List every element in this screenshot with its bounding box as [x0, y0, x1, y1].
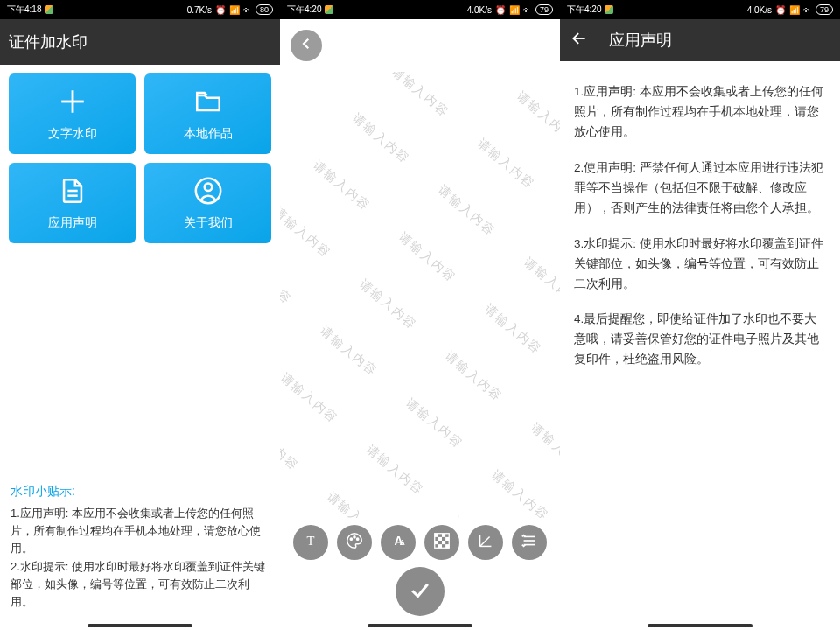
tile-local-works[interactable]: 本地作品: [144, 74, 271, 154]
document-icon: [58, 176, 88, 208]
signal-icon: 📶: [229, 5, 240, 15]
svg-text:T: T: [307, 534, 315, 548]
screen-home: 下午4:18 0.7K/s ⏰ 📶 ᯤ 80 证件加水印 文字水印: [0, 0, 280, 630]
statement-body: 1.应用声明: 本应用不会收集或者上传您的任何照片，所有制作过程均在手机本地处理…: [560, 61, 840, 620]
svg-rect-14: [442, 534, 445, 537]
arrow-left-icon: [570, 33, 588, 51]
svg-point-5: [204, 183, 212, 191]
back-button[interactable]: [290, 30, 322, 61]
palette-icon: [345, 531, 364, 554]
svg-rect-18: [442, 541, 445, 544]
alarm-icon: ⏰: [495, 5, 506, 15]
status-battery: 79: [536, 4, 553, 15]
wifi-icon: ᯤ: [243, 5, 252, 15]
status-bar: 下午4:20 4.0K/s ⏰ 📶 ᯤ 79: [560, 0, 840, 19]
home-indicator-icon: [648, 624, 752, 627]
color-tool-button[interactable]: [337, 525, 372, 560]
signal-icon: 📶: [509, 5, 520, 15]
watermark-canvas[interactable]: 请输入内容请输入内容请输入内容请输入内容请输入内容请输入内容请输入内容请输入内容…: [280, 72, 560, 518]
svg-rect-13: [435, 534, 438, 537]
svg-rect-15: [438, 537, 442, 541]
confirm-button[interactable]: [396, 567, 444, 616]
svg-point-9: [357, 538, 359, 540]
app-indicator-icon: [605, 5, 613, 14]
watermark-preview: 请输入内容请输入内容请输入内容请输入内容请输入内容请输入内容请输入内容请输入内容…: [280, 72, 560, 518]
app-indicator-icon: [325, 5, 333, 14]
angle-icon: [476, 531, 495, 554]
app-title: 证件加水印: [0, 19, 280, 65]
alarm-icon: ⏰: [215, 5, 226, 15]
screen-statement: 下午4:20 4.0K/s ⏰ 📶 ᯤ 79 应用声明 1.应用声明: 本应用不…: [560, 0, 840, 630]
tile-app-statement[interactable]: 应用声明: [9, 163, 136, 243]
status-time: 下午4:20: [567, 4, 601, 16]
svg-text:A: A: [400, 539, 405, 547]
check-icon: [407, 577, 433, 606]
statement-para-3: 3.水印提示: 使用水印时最好将水印覆盖到证件关键部位，如头像，编号等位置，可有…: [574, 234, 826, 295]
svg-point-8: [354, 536, 355, 538]
app-indicator-icon: [45, 5, 53, 14]
spacing-tool-button[interactable]: [512, 525, 547, 560]
text-icon: T: [301, 531, 320, 554]
opacity-tool-button[interactable]: [424, 525, 459, 560]
user-icon: [193, 176, 223, 208]
signal-icon: 📶: [789, 5, 800, 15]
font-tool-button[interactable]: AA: [381, 525, 416, 560]
nav-bar: [280, 620, 560, 630]
wifi-icon: ᯤ: [803, 5, 812, 15]
tile-label: 关于我们: [184, 215, 233, 231]
tile-label: 本地作品: [184, 126, 233, 142]
chevron-left-icon: [298, 36, 314, 55]
home-indicator-icon: [368, 624, 472, 627]
svg-rect-19: [438, 544, 442, 548]
tile-label: 应用声明: [48, 215, 97, 231]
svg-point-7: [350, 538, 352, 540]
tile-label: 文字水印: [48, 126, 97, 142]
nav-bar: [0, 620, 280, 630]
page-title: 应用声明: [609, 30, 672, 51]
text-tool-button[interactable]: T: [293, 525, 328, 560]
home-indicator-icon: [88, 624, 192, 627]
tips-text-1: 1.应用声明: 本应用不会收集或者上传您的任何照片，所有制作过程均在手机本地处理…: [0, 505, 280, 557]
status-net: 0.7K/s: [187, 5, 212, 15]
statement-para-4: 4.最后提醒您，即使给证件加了水印也不要大意哦，请妥善保管好您的证件电子照片及其…: [574, 310, 826, 370]
status-net: 4.0K/s: [747, 5, 772, 15]
checker-icon: [432, 531, 452, 554]
plus-icon: [58, 87, 88, 119]
font-icon: AA: [388, 531, 408, 554]
tile-text-watermark[interactable]: 文字水印: [9, 74, 136, 154]
spacing-icon: [520, 531, 539, 554]
status-bar: 下午4:18 0.7K/s ⏰ 📶 ᯤ 80: [0, 0, 280, 19]
statement-para-1: 1.应用声明: 本应用不会收集或者上传您的任何照片，所有制作过程均在手机本地处理…: [574, 82, 826, 143]
screen-editor: 下午4:20 4.0K/s ⏰ 📶 ᯤ 79 请输入内容请输入内容请输入内容请输…: [280, 0, 560, 630]
tile-about-us[interactable]: 关于我们: [144, 163, 271, 243]
folder-icon: [193, 87, 223, 119]
svg-rect-17: [435, 541, 438, 544]
back-button[interactable]: [570, 30, 588, 52]
statement-para-2: 2.使用声明: 严禁任何人通过本应用进行违法犯罪等不当操作（包括但不限于破解、修…: [574, 158, 826, 219]
status-battery: 80: [256, 4, 273, 15]
nav-bar: [560, 620, 840, 630]
editor-toolbar: T AA: [280, 518, 560, 567]
status-time: 下午4:20: [287, 4, 321, 16]
angle-tool-button[interactable]: [468, 525, 503, 560]
status-battery: 79: [816, 4, 833, 15]
status-net: 4.0K/s: [467, 5, 492, 15]
status-time: 下午4:18: [7, 4, 41, 16]
tips-title: 水印小贴示:: [0, 484, 280, 505]
svg-rect-20: [445, 544, 449, 548]
svg-rect-16: [445, 537, 449, 541]
wifi-icon: ᯤ: [523, 5, 532, 15]
alarm-icon: ⏰: [775, 5, 786, 15]
status-bar: 下午4:20 4.0K/s ⏰ 📶 ᯤ 79: [280, 0, 560, 19]
tips-text-2: 2.水印提示: 使用水印时最好将水印覆盖到证件关键部位，如头像，编号等位置，可有…: [0, 558, 280, 611]
